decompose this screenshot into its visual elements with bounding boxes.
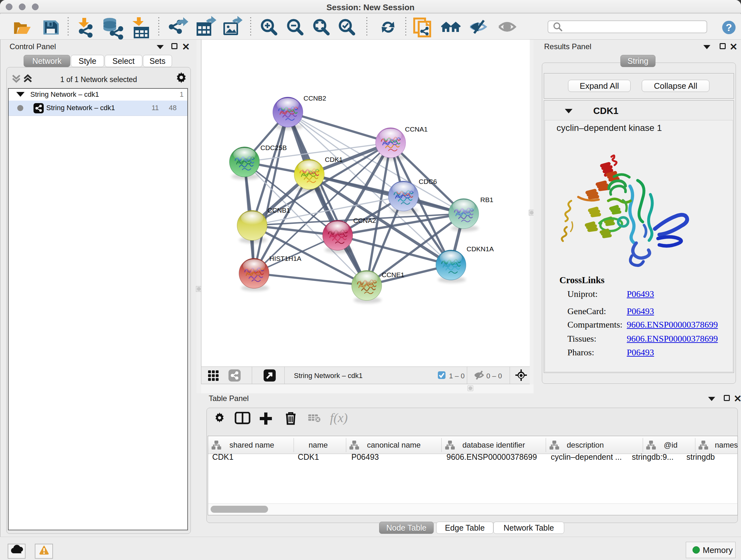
svg-text:HIST1H1A: HIST1H1A: [269, 255, 301, 262]
svg-text:CCNA2: CCNA2: [353, 217, 376, 224]
svg-text:f(x): f(x): [330, 412, 348, 425]
svg-text:CCNB2: CCNB2: [304, 95, 326, 102]
svg-text:CDK1: CDK1: [325, 156, 343, 163]
svg-text:RB1: RB1: [480, 196, 493, 203]
svg-text:CCNB1: CCNB1: [267, 206, 290, 214]
svg-text:?: ?: [726, 22, 732, 33]
svg-text:CCNA1: CCNA1: [405, 125, 428, 133]
svg-text:CDKN1A: CDKN1A: [467, 245, 494, 253]
svg-text:CDC25B: CDC25B: [260, 144, 287, 151]
svg-text:CDC6: CDC6: [419, 178, 437, 185]
svg-text:CCNE1: CCNE1: [382, 271, 404, 278]
